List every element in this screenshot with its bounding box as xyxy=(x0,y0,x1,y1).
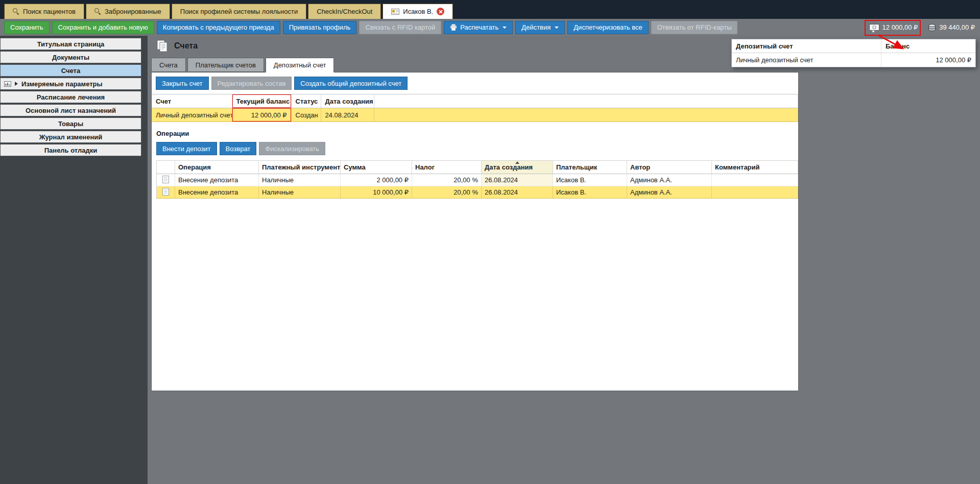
unlink-rfid-button[interactable]: Отвязать от RFID-карты xyxy=(651,21,738,34)
cell-created-date[interactable]: 26.08.2024 xyxy=(482,186,553,199)
sidebar-item-prescription-sheet[interactable]: Основной лист назначений xyxy=(0,104,141,116)
sidebar-item-title-page[interactable]: Титульная страница xyxy=(0,38,141,50)
sidebar-item-label: Основной лист назначений xyxy=(26,107,116,114)
cell-tax[interactable]: 20,00 % xyxy=(412,174,482,186)
save-and-add-button[interactable]: Сохранить и добавить новую xyxy=(52,21,154,34)
popup-header-row: Депозитный счет Баланс xyxy=(732,39,975,53)
tab-payer[interactable]: Плательщик счетов xyxy=(187,58,264,72)
button-label: Внести депозит xyxy=(162,145,211,153)
search-icon xyxy=(13,8,19,15)
tab-label: CheckIn/CheckOut xyxy=(317,8,372,15)
measured-parameters-icon xyxy=(4,81,11,87)
sidebar-item-measured-parameters[interactable]: Измеряемые параметры xyxy=(0,78,141,90)
content-tabs: Счета Плательщик счетов Депозитный счет xyxy=(151,58,336,72)
popup-col-balance: Баланс xyxy=(881,42,975,50)
dispatch-all-button[interactable]: Диспетчеризовать все xyxy=(567,21,648,34)
cell-author[interactable]: Админов А.А. xyxy=(627,186,712,199)
button-label: Возврат xyxy=(226,145,251,153)
copy-previous-visit-button[interactable]: Копировать с предыдущего приезда xyxy=(157,21,280,34)
col-amount[interactable]: Сумма xyxy=(341,161,412,174)
cell-comment[interactable] xyxy=(712,174,798,186)
cell-payer[interactable]: Исаков В. xyxy=(553,186,627,199)
cell-status[interactable]: Создан xyxy=(291,108,321,122)
refund-button[interactable]: Возврат xyxy=(220,142,257,155)
button-label: Редактировать состав xyxy=(218,80,286,87)
col-created-date[interactable]: Дата создания xyxy=(482,161,553,174)
edit-structure-button[interactable]: Редактировать состав xyxy=(211,77,292,90)
cell-created-date[interactable]: 26.08.2024 xyxy=(482,174,553,186)
print-button[interactable]: Распечатать xyxy=(444,21,513,34)
cell-amount[interactable]: 10 000,00 ₽ xyxy=(341,186,412,199)
sidebar-item-documents[interactable]: Документы xyxy=(0,51,141,63)
sidebar-item-treatment-schedule[interactable]: Расписание лечения xyxy=(0,91,141,103)
top-tab-bar: Поиск пациентов Забронированные Поиск пр… xyxy=(0,0,980,19)
accounts-table-header: Счет Текущий баланс Статус Дата создания xyxy=(152,94,798,108)
col-payment-instrument[interactable]: Платежный инструмент xyxy=(259,161,341,174)
cell-payment-instrument[interactable]: Наличные xyxy=(259,186,341,199)
button-label: Диспетчеризовать все xyxy=(573,23,642,31)
cell-current-balance[interactable]: 12 000,00 ₽ xyxy=(232,108,291,122)
col-operation[interactable]: Операция xyxy=(175,161,259,174)
tab-accounts[interactable]: Счета xyxy=(151,58,186,72)
cell-payment-instrument[interactable]: Наличные xyxy=(259,174,341,186)
create-shared-deposit-button[interactable]: Создать общий депозитный счет xyxy=(294,77,408,90)
page-header: Счета xyxy=(156,39,198,53)
button-label: Копировать с предыдущего приезда xyxy=(163,23,274,31)
col-account[interactable]: Счет xyxy=(152,94,232,108)
sidebar-item-label: Измеряемые параметры xyxy=(21,80,103,88)
cell-created-date[interactable]: 24.08.2024 xyxy=(321,108,374,122)
tab-patient-search[interactable]: Поиск пациентов xyxy=(4,4,84,19)
close-account-button[interactable]: Закрыть счет xyxy=(156,77,209,90)
close-icon[interactable] xyxy=(437,8,444,15)
sidebar-item-accounts[interactable]: Счета xyxy=(0,64,141,77)
col-tax[interactable]: Налог xyxy=(412,161,482,174)
cell-comment[interactable] xyxy=(712,186,798,199)
col-author[interactable]: Автор xyxy=(627,161,712,174)
deposit-balance-value: 12 000,00 ₽ xyxy=(882,23,918,31)
tab-booked[interactable]: Забронированные xyxy=(86,4,170,19)
expand-arrow-icon[interactable] xyxy=(15,82,18,86)
tab-deposit-account[interactable]: Депозитный счет xyxy=(266,58,334,72)
button-label: Сохранить xyxy=(10,23,43,31)
save-button[interactable]: Сохранить xyxy=(4,21,50,34)
add-deposit-button[interactable]: Внести депозит xyxy=(156,142,217,155)
tab-label: Забронированные xyxy=(105,8,161,15)
printer-icon xyxy=(450,24,457,31)
button-label: Распечатать xyxy=(460,23,498,31)
sidebar-item-goods[interactable]: Товары xyxy=(0,117,141,130)
operations-actions: Внести депозит Возврат Фискализировать xyxy=(152,142,798,160)
link-rfid-button[interactable]: Связать с RFID картой xyxy=(359,21,441,34)
button-label: Фискализировать xyxy=(265,145,319,153)
cell-account-name[interactable]: Личный депозитный счет xyxy=(152,108,232,122)
col-comment[interactable]: Комментарий xyxy=(712,161,798,174)
col-payer[interactable]: Плательщик xyxy=(553,161,627,174)
total-balance-value: 39 440,00 ₽ xyxy=(939,23,975,31)
tab-label: Исаков В. xyxy=(403,8,433,15)
tab-loyalty-profiles-search[interactable]: Поиск профилей системы лояльности xyxy=(172,4,306,19)
popup-account-row[interactable]: Личный депозитный счет 12 000,00 ₽ xyxy=(732,53,975,67)
actions-button[interactable]: Действия xyxy=(515,21,565,34)
cell-amount[interactable]: 2 000,00 ₽ xyxy=(341,174,412,186)
total-balance-button[interactable]: 39 440,00 ₽ xyxy=(928,23,975,31)
fiscalize-button[interactable]: Фискализировать xyxy=(259,142,325,155)
col-created-date[interactable]: Дата создания xyxy=(321,94,374,108)
cell-operation[interactable]: Внесение депозита xyxy=(175,174,259,186)
sidebar-item-change-log[interactable]: Журнал изменений xyxy=(0,131,141,143)
button-label: Отвязать от RFID-карты xyxy=(657,23,732,31)
col-status[interactable]: Статус xyxy=(291,94,321,108)
cell-operation[interactable]: Внесение депозита xyxy=(175,186,259,199)
bind-profile-button[interactable]: Привязать профиль xyxy=(283,21,357,34)
column-label: Дата создания xyxy=(485,163,533,171)
cell-author[interactable]: Админов А.А. xyxy=(627,174,712,186)
deposit-balance-button[interactable]: 12 000,00 ₽ xyxy=(869,23,918,31)
col-current-balance[interactable]: Текущий баланс xyxy=(232,94,291,108)
operation-row[interactable]: Внесение депозита Наличные 10 000,00 ₽ 2… xyxy=(157,186,798,199)
tab-checkin-checkout[interactable]: CheckIn/CheckOut xyxy=(308,4,381,19)
operation-row[interactable]: Внесение депозита Наличные 2 000,00 ₽ 20… xyxy=(157,174,798,186)
tab-label: Поиск профилей системы лояльности xyxy=(180,8,298,15)
cell-tax[interactable]: 20,00 % xyxy=(412,186,482,199)
tab-patient-isakov[interactable]: Исаков В. xyxy=(383,4,453,19)
cell-payer[interactable]: Исаков В. xyxy=(553,174,627,186)
sidebar-item-debug-panel[interactable]: Панель отладки xyxy=(0,144,141,156)
account-row[interactable]: Личный депозитный счет 12 000,00 ₽ Созда… xyxy=(152,108,798,122)
